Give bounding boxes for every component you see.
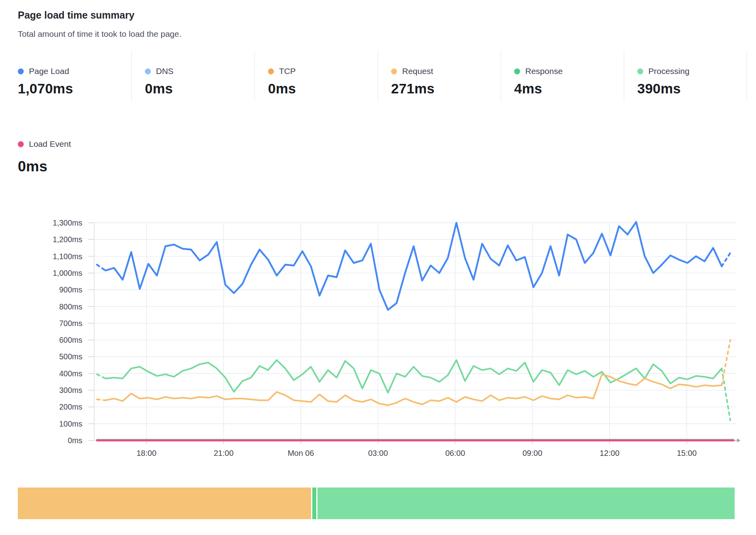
series-processing-dashed-start [97, 374, 106, 379]
legend-dot-processing [637, 68, 643, 74]
y-tick-label: 100ms [59, 419, 82, 428]
page-load-chart-svg[interactable]: 0ms100ms200ms300ms400ms500ms600ms700ms80… [0, 170, 756, 479]
x-tick-label: 03:00 [368, 449, 388, 457]
x-axis-arrow-head [737, 438, 741, 442]
series-page-load [106, 222, 722, 310]
stat-label-dns: DNS [156, 66, 173, 76]
stat-value-dns: 0ms [145, 81, 255, 97]
y-tick-label: 300ms [59, 386, 82, 395]
x-tick-label: 21:00 [214, 449, 234, 457]
stat-response: Response 4ms [501, 51, 624, 101]
x-tick-label: 15:00 [677, 449, 697, 457]
y-tick-label: 1,000ms [53, 269, 82, 277]
y-tick-label: 200ms [59, 402, 82, 411]
legend-dot-load-event [18, 141, 24, 147]
y-tick-label: 700ms [59, 319, 82, 328]
x-tick-label: 09:00 [522, 449, 542, 457]
stat-load-event: Load Event 0ms [18, 139, 71, 175]
stat-label-tcp: TCP [279, 66, 296, 76]
stat-label-load-event: Load Event [29, 139, 71, 149]
legend-dot-request [391, 68, 397, 74]
series-page-load-dashed-start [97, 265, 106, 271]
page-title: Page load time summary [18, 9, 135, 21]
y-tick-label: 400ms [59, 369, 82, 378]
stat-label-response: Response [525, 66, 563, 76]
stat-request: Request 271ms [378, 51, 501, 101]
bar-response-segment[interactable] [312, 488, 316, 519]
timeline-bar[interactable] [18, 488, 735, 519]
x-tick-label: 06:00 [445, 449, 465, 457]
x-tick-label: 18:00 [137, 449, 156, 457]
y-tick-label: 1,100ms [53, 252, 82, 261]
y-tick-label: 500ms [59, 352, 82, 361]
series-request-dashed-start [97, 399, 106, 400]
series-page-load-dashed-end [722, 253, 730, 266]
stat-processing: Processing 390ms [624, 51, 747, 101]
stat-tcp: TCP 0ms [255, 51, 378, 101]
legend-dot-page-load [18, 68, 24, 74]
stat-label-request: Request [402, 66, 433, 76]
stat-value-request: 271ms [391, 81, 501, 97]
stat-label-page-load: Page Load [29, 66, 69, 76]
legend-dot-response [514, 68, 520, 74]
legend-dot-dns [145, 68, 151, 74]
y-tick-label: 800ms [59, 302, 82, 311]
series-request [106, 374, 722, 405]
y-tick-label: 900ms [59, 285, 82, 294]
stat-page-load: Page Load 1,070ms [18, 51, 131, 101]
summary-stats: Page Load 1,070ms DNS 0ms TCP 0ms Reques… [18, 51, 747, 101]
page-load-chart: 0ms100ms200ms300ms400ms500ms600ms700ms80… [0, 170, 756, 479]
y-tick-label: 600ms [59, 336, 82, 344]
legend-dot-tcp [268, 68, 274, 74]
stat-value-response: 4ms [514, 81, 624, 97]
stat-value-page-load: 1,070ms [18, 81, 131, 97]
y-tick-label: 1,200ms [53, 235, 82, 244]
y-tick-label: 1,300ms [53, 218, 82, 227]
series-request-dashed-end [722, 340, 730, 385]
stat-label-processing: Processing [648, 66, 690, 76]
page-subtitle: Total amount of time it took to load the… [18, 29, 181, 39]
stat-value-processing: 390ms [637, 81, 747, 97]
bar-processing-segment[interactable] [317, 488, 735, 519]
bar-request-segment[interactable] [18, 488, 311, 519]
x-tick-label: 12:00 [600, 449, 619, 457]
x-tick-label: Mon 06 [288, 449, 314, 457]
y-tick-label: 0ms [68, 436, 82, 445]
stat-value-tcp: 0ms [268, 81, 378, 97]
series-processing [106, 360, 722, 393]
stat-dns: DNS 0ms [131, 51, 255, 101]
